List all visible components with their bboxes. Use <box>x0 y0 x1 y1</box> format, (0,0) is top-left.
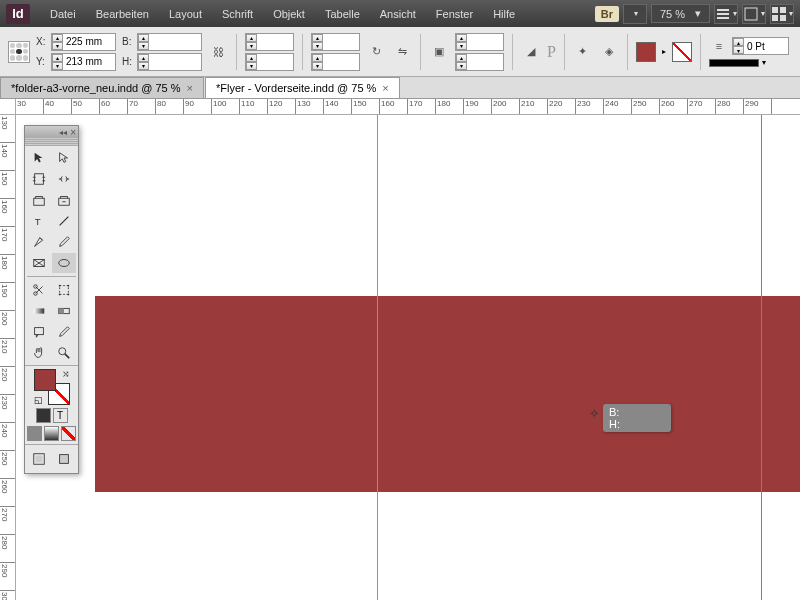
corner-icon[interactable]: ◢ <box>521 42 541 62</box>
stroke-style[interactable] <box>709 59 759 67</box>
fill-color-box[interactable] <box>34 369 56 391</box>
menu-layout[interactable]: Layout <box>159 8 212 20</box>
offset-y-input[interactable]: ▴▾ <box>455 53 504 71</box>
content-placer-tool[interactable] <box>52 190 76 210</box>
toolbox-header[interactable]: ◂◂ × <box>25 126 78 138</box>
menu-objekt[interactable]: Objekt <box>263 8 315 20</box>
container-icon[interactable]: ▣ <box>429 42 449 62</box>
content-collector-tool[interactable] <box>27 190 51 210</box>
reference-point-grid[interactable] <box>8 41 30 63</box>
stroke-weight-input[interactable]: ▴▾ <box>732 37 789 55</box>
fill-swatch[interactable] <box>636 42 656 62</box>
menu-hilfe[interactable]: Hilfe <box>483 8 525 20</box>
gradient-feather-tool[interactable] <box>52 301 76 321</box>
toolbox-grip[interactable] <box>25 138 78 146</box>
canvas[interactable]: ✧ B: H: <box>16 115 800 600</box>
hand-tool[interactable] <box>27 343 51 363</box>
bridge-dropdown[interactable] <box>623 4 647 24</box>
paragraph-icon[interactable]: P <box>547 43 556 61</box>
gradient-swatch-tool[interactable] <box>27 301 51 321</box>
wrap-icon[interactable]: ✦ <box>573 42 593 62</box>
svg-rect-32 <box>59 455 68 464</box>
workspace: 3040506070809010011012013014015016017018… <box>0 99 800 600</box>
menu-bearbeiten[interactable]: Bearbeiten <box>86 8 159 20</box>
type-tool[interactable]: T <box>27 211 51 231</box>
color-mode-button[interactable] <box>27 426 42 441</box>
pen-tool[interactable] <box>27 232 51 252</box>
svg-rect-27 <box>35 328 44 335</box>
document-tab-0[interactable]: *folder-a3-vorne_neu.indd @ 75 %× <box>0 77 204 98</box>
toolbox-panel: ◂◂ × T <box>24 125 79 474</box>
rotate-cw-icon[interactable]: ↻ <box>366 42 386 62</box>
ruler-horizontal[interactable]: 3040506070809010011012013014015016017018… <box>16 99 800 115</box>
height-input[interactable]: ▴▾ <box>137 53 202 71</box>
free-transform-tool[interactable] <box>52 280 76 300</box>
screen-mode-button[interactable] <box>742 4 766 24</box>
svg-rect-3 <box>745 8 757 20</box>
svg-point-23 <box>68 294 70 296</box>
ruler-origin[interactable] <box>0 99 16 115</box>
fill-stroke-proxy[interactable]: ⤭ ◱ <box>34 369 70 405</box>
stroke-weight-icon: ≡ <box>709 36 729 56</box>
note-tool[interactable] <box>27 322 51 342</box>
menubar: Id DateiBearbeitenLayoutSchriftObjektTab… <box>0 0 800 27</box>
menu-datei[interactable]: Datei <box>40 8 86 20</box>
eyedropper-tool[interactable] <box>52 322 76 342</box>
x-input[interactable]: ▴▾ <box>51 33 116 51</box>
ruler-vertical[interactable]: 1301401501601701801902002102202302402502… <box>0 115 16 600</box>
y-label: Y: <box>36 56 48 67</box>
menu-fenster[interactable]: Fenster <box>426 8 483 20</box>
rectangle-frame-tool[interactable] <box>27 253 51 273</box>
shear-input[interactable]: ▴▾ <box>311 53 360 71</box>
zoom-dropdown[interactable]: 75 %▾ <box>651 4 710 23</box>
menu-ansicht[interactable]: Ansicht <box>370 8 426 20</box>
offset-x-input[interactable]: ▴▾ <box>455 33 504 51</box>
zoom-tool[interactable] <box>52 343 76 363</box>
width-input[interactable]: ▴▾ <box>137 33 202 51</box>
constrain-icon[interactable]: ⛓ <box>208 42 228 62</box>
svg-line-29 <box>65 354 69 358</box>
none-mode-button[interactable] <box>61 426 76 441</box>
pencil-tool[interactable] <box>52 232 76 252</box>
swap-colors-icon[interactable]: ⤭ <box>62 369 70 379</box>
line-tool[interactable] <box>52 211 76 231</box>
selection-tool[interactable] <box>27 148 51 168</box>
x-label: X: <box>36 36 48 47</box>
view-options-button[interactable] <box>714 4 738 24</box>
document-tabs: *folder-a3-vorne_neu.indd @ 75 %×*Flyer … <box>0 77 800 99</box>
app-logo: Id <box>6 4 30 24</box>
gradient-mode-button[interactable] <box>44 426 59 441</box>
rotate-input[interactable]: ▴▾ <box>311 33 360 51</box>
apply-color-button[interactable] <box>36 408 51 423</box>
height-label: H: <box>122 56 134 67</box>
apply-text-button[interactable]: T <box>53 408 68 423</box>
preview-view-button[interactable] <box>54 449 75 469</box>
arrange-button[interactable] <box>770 4 794 24</box>
gap-tool[interactable] <box>52 169 76 189</box>
svg-rect-8 <box>35 174 44 185</box>
flip-h-icon[interactable]: ⇋ <box>392 42 412 62</box>
default-colors-icon[interactable]: ◱ <box>34 395 43 405</box>
page-tool[interactable] <box>27 169 51 189</box>
y-input[interactable]: ▴▾ <box>51 53 116 71</box>
tab-close-icon[interactable]: × <box>382 82 388 94</box>
scissors-tool[interactable] <box>27 280 51 300</box>
svg-rect-7 <box>780 15 786 21</box>
menu-schrift[interactable]: Schrift <box>212 8 263 20</box>
svg-rect-4 <box>772 7 778 13</box>
bridge-button[interactable]: Br <box>595 6 619 22</box>
svg-rect-24 <box>34 308 45 313</box>
document-tab-1[interactable]: *Flyer - Vorderseite.indd @ 75 %× <box>205 77 400 98</box>
direct-selection-tool[interactable] <box>52 148 76 168</box>
scale-y-input[interactable]: ▴▾ <box>245 53 294 71</box>
scale-x-input[interactable]: ▴▾ <box>245 33 294 51</box>
guide-vertical[interactable] <box>377 115 378 600</box>
normal-view-button[interactable] <box>29 449 50 469</box>
stroke-swatch[interactable] <box>672 42 692 62</box>
guide-vertical-2[interactable] <box>761 115 762 600</box>
menu-tabelle[interactable]: Tabelle <box>315 8 370 20</box>
rectangle-tool[interactable] <box>52 253 76 273</box>
tab-close-icon[interactable]: × <box>187 82 193 94</box>
effects-icon[interactable]: ◈ <box>599 42 619 62</box>
rectangle-object[interactable] <box>95 296 800 492</box>
